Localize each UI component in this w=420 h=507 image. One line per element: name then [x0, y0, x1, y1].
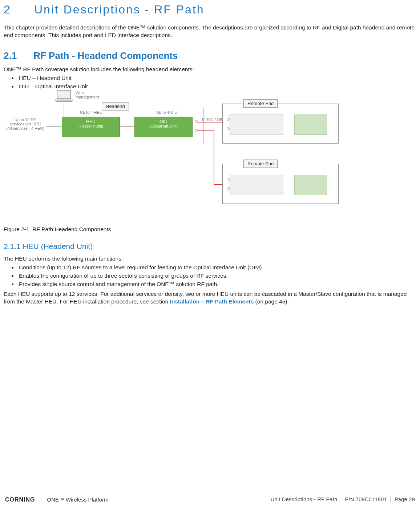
section-2-1-1-lead: The HEU performs the following main func…	[4, 255, 416, 263]
installation-link[interactable]: Installation – RF Path Elements	[170, 298, 254, 305]
web-management-label: Web management	[76, 90, 99, 99]
section-2-1-1-list: Conditions (up to 12) RF sources to a le…	[4, 264, 416, 288]
section-2-1-1-heading: 2.1.1 HEU (Headend Unit)	[4, 241, 416, 252]
heu-box-sub: (Headend Unit)	[62, 124, 120, 129]
figure-caption: Figure 2-1. RF Path Headend Components	[4, 226, 416, 233]
list-item: Enables the configuration of up to three…	[17, 272, 416, 280]
section-2-1-heading: 2.1 RF Path - Headend Components	[4, 49, 416, 62]
section-2-1-1-para: Each HEU supports up to 12 services. For…	[4, 290, 416, 306]
list-item: Conditions (up to 12) RF sources to a le…	[17, 264, 416, 271]
oiu-box-sub: (Optical Intf. Unit)	[135, 124, 192, 129]
list-item: HEU – Headend Unit	[17, 75, 416, 82]
oiu-box-title: OIU	[135, 119, 192, 124]
chapter-title: Unit Descriptions - RF Path	[34, 3, 205, 16]
headend-label: Headend	[102, 102, 129, 111]
section-2-1-lead: ONE™ RF Path coverage solution includes …	[4, 66, 416, 73]
para-text-b: (on page 45).	[254, 298, 289, 305]
figure-2-1-diagram: Web management Up to 12 RF services per …	[47, 93, 367, 224]
section-number: 2.1	[4, 49, 31, 62]
section-title: RF Path - Headend Components	[33, 50, 178, 61]
remote-end-label-2: Remote End	[243, 160, 278, 168]
up-to-heu-label: Up to 4 HEU	[80, 110, 102, 114]
chapter-number: 2	[4, 2, 30, 17]
chapter-intro: This chapter provides detailed descripti…	[4, 24, 416, 39]
chapter-heading: 2 Unit Descriptions - RF Path	[4, 2, 416, 17]
laptop-icon	[54, 90, 73, 103]
heu-box-title: HEU	[62, 119, 120, 124]
list-item: Provides single source control and manag…	[17, 281, 416, 288]
remote-end-label-1: Remote End	[243, 99, 278, 108]
list-item: OIU – Optical Interface Unit	[17, 83, 416, 90]
heu-box: HEU (Headend Unit)	[62, 117, 120, 137]
section-2-1-list: HEU – Headend Unit OIU – Optical Interfa…	[4, 75, 416, 90]
fiber-note: 12 F/O / OIU	[201, 117, 224, 122]
left-services-note: Up to 12 RF services per HEU (48 service…	[4, 117, 46, 130]
oiu-box: OIU (Optical Intf. Unit)	[134, 117, 193, 137]
up-to-oiu-label: Up to 4 OIU	[156, 110, 177, 114]
